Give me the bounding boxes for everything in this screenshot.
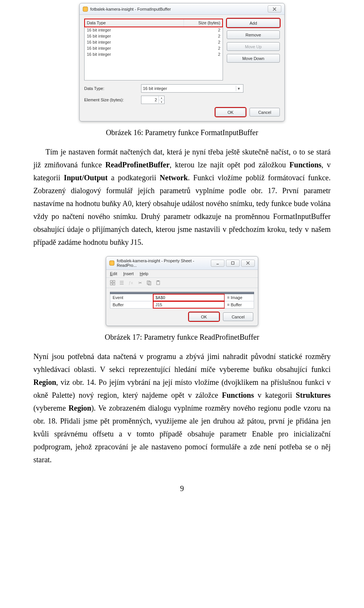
svg-rect-14 <box>157 280 159 282</box>
toolbar: ƒx ✂ <box>106 278 258 288</box>
datatype-label: Data Type: <box>84 86 141 91</box>
chevron-down-icon: ▾ <box>236 86 242 91</box>
app-icon <box>109 260 115 266</box>
col-size: Size (bytes) <box>184 19 223 27</box>
paragraph-2: Nyní jsou potřebná data načtená v progra… <box>33 350 331 466</box>
list-icon[interactable] <box>118 279 125 286</box>
figure-caption-16: Obrázek 16: Parametry funkce FormatInput… <box>33 128 331 137</box>
titlebar: fotbalek-kamera-insight - FormatInputBuf… <box>80 3 284 15</box>
format-input-buffer-dialog: fotbalek-kamera-insight - FormatInputBuf… <box>79 3 285 121</box>
menu-help[interactable]: Help <box>140 271 149 276</box>
svg-rect-3 <box>232 262 234 265</box>
list-item[interactable]: 16 bit integer2 <box>85 45 223 51</box>
copy-icon[interactable] <box>146 279 152 286</box>
minimize-button[interactable] <box>211 260 224 267</box>
list-item[interactable]: 16 bit integer2 <box>85 51 223 57</box>
prop-note: = Buffer <box>224 301 254 308</box>
col-datatype: Data Type <box>85 19 184 27</box>
ok-button[interactable]: OK <box>189 312 219 321</box>
ok-button[interactable]: OK <box>215 108 246 117</box>
cut-icon[interactable]: ✂ <box>136 279 143 286</box>
list-header: Data Type Size (bytes) <box>85 19 223 27</box>
dialog-title: fotbalek-kamera-insight - Property Sheet… <box>117 258 209 268</box>
spinner-up-icon[interactable]: ▲ <box>159 96 164 100</box>
property-row: Event $A$0 = Image <box>110 294 254 301</box>
svg-rect-5 <box>113 280 115 282</box>
menu-edit[interactable]: Edit <box>110 271 117 276</box>
fx-icon: ƒx <box>127 279 134 286</box>
add-button[interactable]: Add <box>227 19 280 27</box>
property-sheet-dialog: fotbalek-kamera-insight - Property Sheet… <box>106 256 258 326</box>
spinner-value: 2 <box>141 98 158 102</box>
cancel-button[interactable]: Cancel <box>249 108 280 117</box>
list-item[interactable]: 16 bit integer2 <box>85 27 223 33</box>
spinner-down-icon[interactable]: ▼ <box>159 100 164 104</box>
move-down-button[interactable]: Move Down <box>227 54 280 63</box>
app-icon <box>83 6 88 12</box>
paste-icon[interactable] <box>155 279 162 286</box>
list-item[interactable]: 16 bit integer2 <box>85 39 223 45</box>
titlebar: fotbalek-kamera-insight - Property Sheet… <box>106 257 258 270</box>
combobox-value: 16 bit integer <box>143 86 167 91</box>
dialog-title: fotbalek-kamera-insight - FormatInputBuf… <box>90 7 265 11</box>
prop-name: Event <box>110 294 153 301</box>
svg-rect-1 <box>110 261 114 265</box>
maximize-button[interactable] <box>226 260 240 267</box>
close-button[interactable] <box>268 5 281 13</box>
prop-value-input[interactable]: J15 <box>153 301 224 308</box>
close-button[interactable] <box>241 260 255 267</box>
cancel-button[interactable]: Cancel <box>223 312 253 321</box>
svg-rect-0 <box>83 7 88 11</box>
prop-note: = Image <box>224 294 254 301</box>
figure-caption-17: Obrázek 17: Parametry funkce ReadProfine… <box>33 333 331 342</box>
datatype-combobox[interactable]: 16 bit integer ▾ <box>141 84 243 93</box>
move-up-button[interactable]: Move Up <box>227 42 280 51</box>
paragraph-1: Tím je nastaven formát načtených dat, kt… <box>33 145 331 249</box>
property-row: Buffer J15 = Buffer <box>110 301 254 309</box>
svg-rect-6 <box>110 283 112 285</box>
svg-rect-4 <box>110 280 112 282</box>
elemsize-label: Element Size (bytes): <box>84 98 141 102</box>
prop-name: Buffer <box>110 301 153 308</box>
grid-icon[interactable] <box>109 279 116 286</box>
element-size-spinner[interactable]: 2 ▲▼ <box>141 96 165 104</box>
menu-insert[interactable]: Insert <box>123 271 134 276</box>
remove-button[interactable]: Remove <box>227 30 280 39</box>
svg-rect-7 <box>113 283 115 285</box>
menubar: Edit Insert Help <box>106 270 258 278</box>
list-item[interactable]: 16 bit integer2 <box>85 33 223 39</box>
prop-value-input[interactable]: $A$0 <box>153 294 224 301</box>
page-number: 9 <box>33 484 331 493</box>
data-type-list[interactable]: Data Type Size (bytes) 16 bit integer2 1… <box>84 19 223 80</box>
